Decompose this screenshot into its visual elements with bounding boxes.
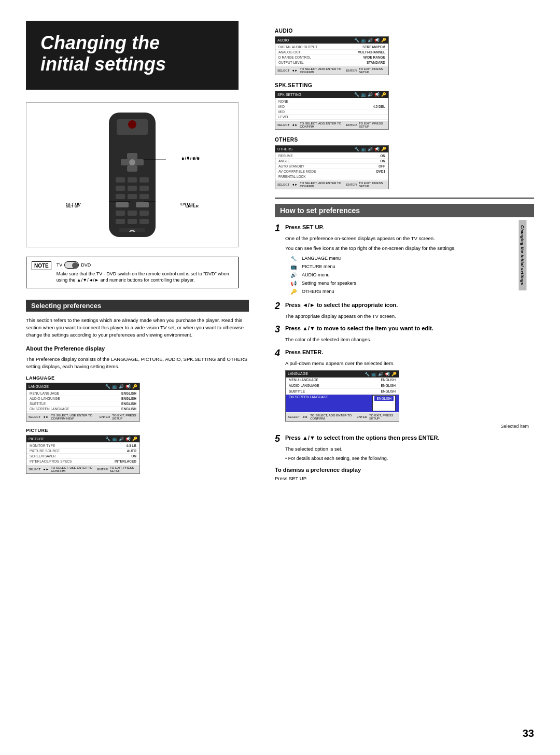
- others-icon-sym: 🔑: [290, 288, 299, 296]
- dvd-text: DVD: [81, 262, 91, 268]
- svg-rect-19: [136, 202, 149, 207]
- step-3: 3 Press ▲/▼ to move to select the item y…: [275, 325, 534, 343]
- dismiss-body: Press SET UP.: [275, 475, 534, 482]
- step-5: 5 Press ▲/▼ to select from the options t…: [275, 434, 534, 462]
- step-3-body: The color of the selected item changes.: [285, 336, 534, 343]
- step-4: 4 Press ENTER. A pull-down menu appears …: [275, 348, 534, 429]
- note-text: Make sure that the TV - DVD switch on th…: [57, 271, 233, 284]
- remote-image-area: JVC SET UP ENTER ▲/▼/◄/► SET UP ENTER ▲/…: [26, 102, 239, 247]
- page-number: 33: [523, 728, 534, 739]
- selecting-preferences-header: Selecting preferences: [26, 300, 249, 312]
- pref-row: AV COMPATIBLE MODEDVD1: [275, 169, 388, 174]
- picture-screen-footer: SELECT◄►TO SELECT, USE ENTER TO CONFIRM …: [26, 465, 139, 473]
- svg-rect-17: [139, 194, 149, 199]
- lang-row-audio: AUDIO LANGUAGEENGLISH: [286, 383, 399, 389]
- lang-dropdown-german: GERMAN: [374, 406, 394, 410]
- others-screen-body: RESUMEON ANGLEON AUTO STANDBYOFF AV COMP…: [275, 152, 388, 180]
- svg-rect-7: [137, 159, 144, 165]
- step-3-title: Press ▲/▼ to move to select the item you…: [285, 325, 433, 332]
- pref-row: ANGLEON: [275, 159, 388, 164]
- pref-row: MONITOR TYPE4:3 LB: [26, 443, 139, 449]
- others-screen: OTHERS 🔧📺🔊📢🔑 RESUMEON ANGLEON AUTO STAND…: [275, 145, 389, 189]
- page-title: Changing the initial settings: [40, 32, 224, 75]
- lang-detail-footer: SELECT◄►TO SELECT, ADD ENTER TO CONFIRM …: [286, 413, 399, 421]
- picture-screen-header: PICTURE 🔧📺🔊📢🔑: [26, 436, 139, 442]
- pref-row: ON SCREEN LANGUAGEENGLISH: [26, 407, 139, 412]
- language-screen-header: LANGUAGE 🔧📺🔊📢🔑: [26, 383, 139, 390]
- section-divider: [275, 198, 534, 199]
- spk-icon-sym: 📢: [290, 279, 299, 288]
- others-label: OTHERS: [275, 137, 534, 143]
- title-box: Changing the initial settings: [26, 21, 239, 90]
- pref-row: ANALOG OUTMULTI-CHANNEL: [275, 50, 388, 55]
- pref-row: AUTO STANDBYOFF: [275, 164, 388, 169]
- picture-screen: PICTURE 🔧📺🔊📢🔑 MONITOR TYPE4:3 LB PICTURE…: [26, 435, 140, 474]
- lang-detail-screen: LANGUAGE 🔧📺🔊📢🔑 MENU LANGUAGEENGLISH AUDI…: [285, 370, 399, 422]
- menu-icon-row-others: 🔑 OTHERS menu: [290, 288, 534, 296]
- svg-rect-14: [139, 186, 149, 191]
- svg-point-8: [129, 159, 135, 165]
- menu-icon-row-audio: 🔊 AUDIO menu: [290, 271, 534, 279]
- lang-dropdown-english: ENGLISH: [374, 396, 394, 401]
- lang-row-subtitle: SUBTITLEENGLISH: [286, 389, 399, 395]
- svg-rect-23: [116, 219, 125, 224]
- svg-rect-15: [116, 194, 125, 199]
- switch-knob: [72, 262, 78, 269]
- picture-screen-body: MONITOR TYPE4:3 LB PICTURE SOURCEAUTO SC…: [26, 442, 139, 465]
- spk-screen-body: NONE MID4.5 DEL MID LEVEL: [275, 98, 388, 121]
- audio-screen-header: AUDIO 🔧📺🔊📢🔑: [275, 37, 388, 44]
- step-2-body: The appropriate display appears on the T…: [285, 313, 534, 320]
- step-3-line: 3 Press ▲/▼ to move to select the item y…: [275, 325, 534, 334]
- menu-icon-list: 🔧 LANGUAGE menu 📺 PICTURE menu 🔊 AUDIO m…: [290, 255, 534, 296]
- lang-dropdown-french: FRENCH: [374, 401, 394, 406]
- lang-detail-header: LANGUAGE 🔧📺🔊📢🔑: [286, 371, 399, 378]
- step-4-body: A pull-down menu appears over the select…: [285, 360, 534, 367]
- pref-row: MID4.5 DEL: [275, 104, 388, 109]
- others-icon-label: OTHERS menu: [302, 288, 334, 295]
- svg-rect-10: [128, 177, 137, 183]
- step-5-title: Press ▲/▼ to select from the options the…: [285, 434, 439, 441]
- step-1-body2: You can see five icons at the top right …: [285, 245, 534, 252]
- lang-detail-body: MENU LANGUAGEENGLISH AUDIO LANGUAGEENGLI…: [286, 378, 399, 413]
- others-screen-header: OTHERS 🔧📺🔊📢🔑: [275, 146, 388, 152]
- spk-screen-icons: 🔧📺🔊📢🔑: [354, 92, 386, 97]
- left-column: Changing the initial settings: [26, 21, 249, 480]
- language-screen-icons: 🔧📺🔊📢🔑: [105, 384, 137, 389]
- selected-item-label: Selected item: [275, 424, 529, 429]
- side-label: Changing the initial settings: [519, 220, 527, 290]
- language-label: LANGUAGE: [26, 375, 249, 381]
- svg-text:JVC: JVC: [129, 229, 135, 232]
- spk-label: SPK.SETTING: [275, 82, 534, 88]
- spk-icon-label: Setting menu for speakers: [302, 279, 356, 287]
- step-4-title: Press ENTER.: [285, 348, 323, 356]
- spk-screen-header: SPK SETTING 🔧📺🔊📢🔑: [275, 91, 388, 98]
- svg-rect-18: [116, 202, 129, 207]
- lang-row-onscreen: ON SCREEN LANGUAGE ENGLISH FRENCH GERMAN: [286, 395, 399, 413]
- about-preference-body: The Preference display consists of the L…: [26, 356, 249, 371]
- step-3-number: 3: [275, 325, 282, 334]
- svg-rect-4: [127, 153, 137, 159]
- svg-rect-21: [128, 211, 137, 216]
- svg-rect-5: [127, 165, 137, 172]
- audio-icon-sym: 🔊: [290, 271, 299, 279]
- about-preference-title: About the Preference display: [26, 345, 249, 352]
- svg-rect-16: [128, 194, 137, 199]
- picture-icon-sym: 📺: [290, 263, 299, 271]
- tv-text: TV: [57, 262, 63, 268]
- pref-row: PICTURE SOURCEAUTO: [26, 449, 139, 454]
- svg-rect-24: [128, 219, 137, 224]
- tv-dvd-switch: TV DVD: [57, 261, 233, 269]
- step-2-number: 2: [275, 301, 282, 311]
- picture-icon-label: PICTURE menu: [302, 263, 335, 270]
- audio-screen: AUDIO 🔧📺🔊📢🔑 DIGITAL AUDIO OUTPUTSTREAM/P…: [275, 36, 389, 75]
- pref-row: OUTPUT LEVELSTANDARD: [275, 60, 388, 65]
- language-screen: LANGUAGE 🔧📺🔊📢🔑 MENU LANGUAGEENGLISH AUDI…: [26, 383, 140, 422]
- lang-row-menu: MENU LANGUAGEENGLISH: [286, 378, 399, 383]
- pref-row: RESUMEON: [275, 153, 388, 159]
- direction-arrow-label: ▲/▼/◄/►: [181, 156, 201, 160]
- audio-label: AUDIO: [275, 28, 534, 34]
- svg-rect-12: [116, 186, 125, 191]
- pref-row: DIGITAL AUDIO OUTPUTSTREAM/PCM: [275, 45, 388, 50]
- step-2: 2 Press ◄/► to select the appropriate ic…: [275, 301, 534, 320]
- lang-detail-icons: 🔧📺🔊📢🔑: [365, 372, 397, 376]
